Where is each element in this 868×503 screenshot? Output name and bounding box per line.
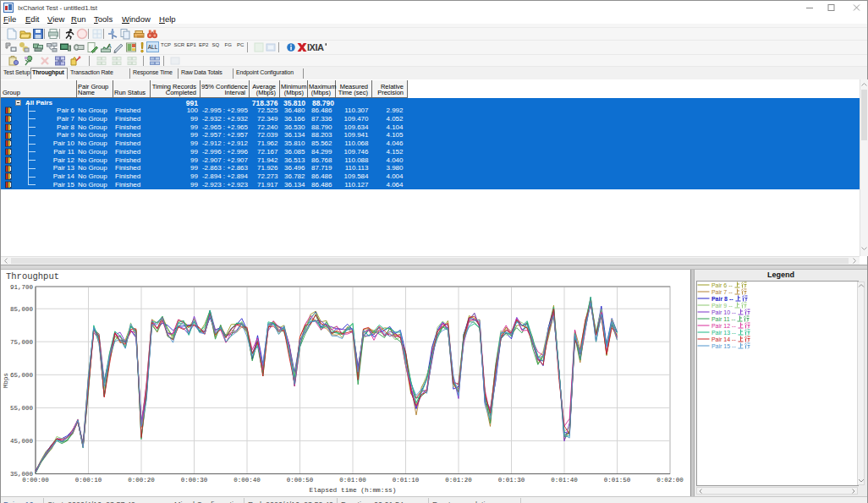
svg-text:0:00:50: 0:00:50 xyxy=(287,477,314,484)
svg-text:91,700: 91,700 xyxy=(10,284,34,291)
svg-text:0:01:30: 0:01:30 xyxy=(498,477,525,484)
svg-text:0:00:30: 0:00:30 xyxy=(181,477,208,484)
svg-text:0:00:20: 0:00:20 xyxy=(128,477,155,484)
svg-text:A: A xyxy=(107,43,112,49)
svg-text:65,000: 65,000 xyxy=(10,372,34,379)
svg-text:75,000: 75,000 xyxy=(10,339,34,346)
svg-text:0:00:00: 0:00:00 xyxy=(22,477,49,484)
svg-text:0:01:40: 0:01:40 xyxy=(551,477,578,484)
svg-text:85,000: 85,000 xyxy=(10,306,34,313)
svg-text:IXIA: IXIA xyxy=(307,42,324,52)
svg-text:0:01:10: 0:01:10 xyxy=(393,477,420,484)
svg-text:55,000: 55,000 xyxy=(10,405,34,412)
svg-text:Elapsed time (h:mm:ss): Elapsed time (h:mm:ss) xyxy=(310,487,397,494)
svg-text:0:00:10: 0:00:10 xyxy=(75,477,102,484)
svg-text:0:01:00: 0:01:00 xyxy=(339,477,366,484)
svg-text:0:02:00: 0:02:00 xyxy=(656,477,684,484)
svg-text:0:01:50: 0:01:50 xyxy=(604,477,631,484)
svg-text:Mbps: Mbps xyxy=(3,373,9,388)
svg-text:45,000: 45,000 xyxy=(10,438,34,445)
svg-text:0:01:20: 0:01:20 xyxy=(445,477,472,484)
svg-text:0:00:40: 0:00:40 xyxy=(233,477,261,484)
